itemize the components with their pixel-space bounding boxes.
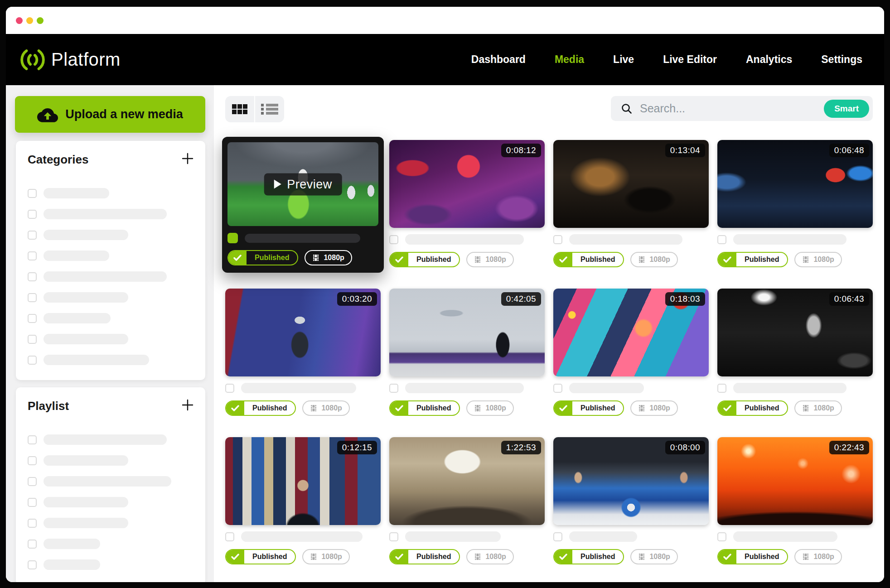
playlist-item	[28, 539, 193, 549]
video-checkbox[interactable]	[225, 384, 234, 393]
video-card[interactable]: 0:13:04 Published 1080p	[553, 140, 709, 270]
category-checkbox[interactable]	[28, 231, 37, 240]
nav-item-media[interactable]: Media	[555, 53, 584, 66]
duration-badge: 0:13:04	[665, 144, 705, 157]
nav-item-settings[interactable]: Settings	[821, 53, 862, 66]
video-thumbnail[interactable]: 0:13:04	[553, 140, 709, 228]
sidebar: Upload a new media Categories	[6, 85, 214, 582]
category-checkbox[interactable]	[28, 251, 37, 260]
video-card[interactable]: 0:22:43 Published 1080p	[717, 437, 873, 568]
video-checkbox[interactable]	[227, 233, 238, 243]
quality-badge: 1080p	[466, 400, 513, 416]
film-icon	[802, 405, 809, 412]
playlist-checkbox[interactable]	[28, 456, 37, 465]
category-checkbox[interactable]	[28, 189, 37, 198]
video-card[interactable]: 0:18:03 Published 1080p	[553, 289, 709, 419]
video-thumbnail[interactable]: 0:06:48	[717, 140, 873, 228]
view-mode-toggle	[225, 96, 284, 122]
app-window: Platform Dashboard Media Live Live Edito…	[6, 7, 884, 582]
video-checkbox[interactable]	[225, 532, 234, 541]
video-card[interactable]: 1:22:53 Published 1080p	[389, 437, 545, 568]
category-checkbox[interactable]	[28, 272, 37, 281]
video-thumbnail[interactable]: 0:42:05	[389, 289, 545, 376]
video-checkbox[interactable]	[553, 235, 562, 244]
category-item	[28, 334, 193, 344]
add-playlist-button plus-icon[interactable]	[182, 399, 193, 411]
video-thumbnail[interactable]: 0:08:12	[389, 140, 545, 228]
category-item	[28, 209, 193, 219]
nav-item-live-editor[interactable]: Live Editor	[663, 53, 717, 66]
video-card[interactable]: 0:06:43 Published 1080p	[717, 289, 873, 419]
video-checkbox[interactable]	[553, 384, 562, 393]
duration-badge: 0:18:03	[665, 292, 705, 306]
smart-search-button[interactable]: Smart	[824, 100, 869, 118]
video-checkbox[interactable]	[717, 532, 726, 541]
category-item	[28, 292, 193, 303]
video-checkbox[interactable]	[717, 235, 726, 244]
video-card[interactable]: 0:06:48 Published 1080p	[717, 140, 873, 270]
quality-badge: 1080p	[302, 549, 349, 564]
video-thumbnail[interactable]: 1:22:53	[389, 437, 545, 525]
check-icon	[390, 253, 408, 266]
category-checkbox[interactable]	[28, 293, 37, 302]
playlist-checkbox[interactable]	[28, 435, 37, 444]
playlist-checkbox[interactable]	[28, 519, 37, 528]
add-category-button plus-icon[interactable]	[182, 153, 193, 164]
playlist-checkbox[interactable]	[28, 540, 37, 549]
duration-badge: 0:06:48	[829, 144, 869, 157]
video-checkbox[interactable]	[389, 384, 398, 393]
search-input[interactable]	[640, 102, 824, 115]
video-checkbox[interactable]	[389, 532, 398, 541]
playlist-item	[28, 434, 193, 445]
grid-view-button[interactable]	[225, 96, 255, 122]
video-thumbnail[interactable]: 0:06:43	[717, 289, 873, 376]
playlist-item	[28, 497, 193, 507]
preview-button[interactable]: Preview	[264, 173, 342, 195]
zoom-window-button[interactable]	[37, 17, 44, 24]
video-card[interactable]: 0:42:05 Published 1080p	[389, 289, 545, 419]
playlist-label-placeholder	[44, 518, 128, 528]
video-card[interactable]: 0:03:20 Published 1080p	[225, 289, 381, 419]
video-thumbnail[interactable]: 0:22:43	[717, 437, 873, 525]
category-checkbox[interactable]	[28, 210, 37, 219]
nav-item-dashboard[interactable]: Dashboard	[471, 53, 526, 66]
video-thumbnail[interactable]: 0:08:00	[553, 437, 709, 525]
minimize-window-button[interactable]	[26, 17, 33, 24]
video-card-hovered[interactable]: Preview Published	[222, 137, 384, 273]
category-checkbox[interactable]	[28, 314, 37, 323]
quality-badge: 1080p	[466, 252, 513, 267]
status-badge: Published	[717, 252, 788, 267]
video-thumbnail[interactable]: 0:12:15	[225, 437, 381, 525]
play-icon	[274, 180, 281, 189]
video-card[interactable]: 0:12:15 Published 1080p	[225, 437, 381, 568]
category-checkbox[interactable]	[28, 356, 37, 365]
film-icon	[312, 254, 319, 261]
video-thumbnail[interactable]: Preview	[227, 142, 378, 226]
category-label-placeholder	[44, 271, 167, 282]
category-label-placeholder	[44, 209, 167, 219]
film-icon	[474, 256, 481, 263]
video-thumbnail[interactable]: 0:18:03	[553, 289, 709, 376]
playlist-item	[28, 455, 193, 466]
video-checkbox[interactable]	[553, 532, 562, 541]
list-view-button[interactable]	[255, 96, 284, 122]
status-badge: Published	[553, 252, 624, 267]
upload-media-button[interactable]: Upload a new media	[15, 96, 205, 133]
close-window-button[interactable]	[16, 17, 23, 24]
category-checkbox[interactable]	[28, 335, 37, 344]
film-icon	[638, 405, 645, 412]
quality-badge: 1080p	[794, 549, 842, 564]
playlist-checkbox[interactable]	[28, 498, 37, 507]
window-titlebar	[6, 7, 884, 34]
playlist-checkbox[interactable]	[28, 477, 37, 486]
nav-item-live[interactable]: Live	[613, 53, 634, 66]
video-thumbnail[interactable]: 0:03:20	[225, 289, 381, 376]
video-checkbox[interactable]	[389, 235, 398, 244]
playlist-checkbox[interactable]	[28, 560, 37, 569]
video-checkbox[interactable]	[717, 384, 726, 393]
category-item	[28, 355, 193, 365]
video-card[interactable]: 0:08:12 Published 1080p	[389, 140, 545, 270]
playlist-label-placeholder	[44, 539, 100, 549]
nav-item-analytics[interactable]: Analytics	[746, 53, 792, 66]
video-card[interactable]: 0:08:00 Published 1080p	[553, 437, 709, 568]
